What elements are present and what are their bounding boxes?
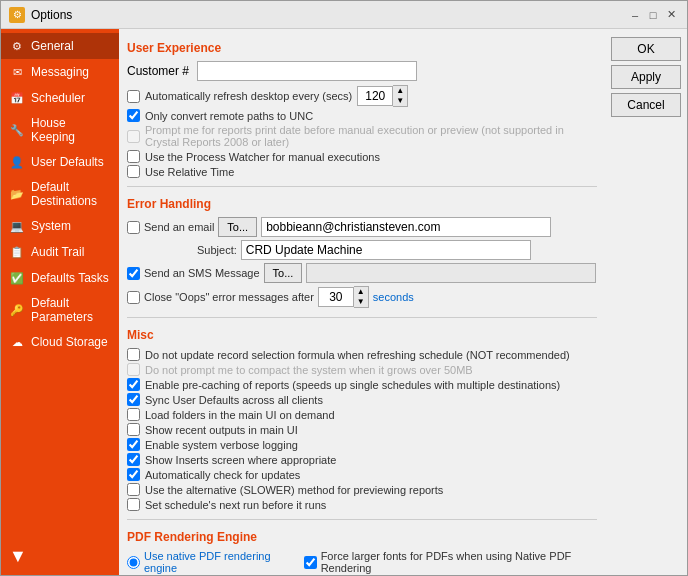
sidebar-item-cloudstorage[interactable]: ☁ Cloud Storage [1,329,119,355]
content-area: ⚙ General ✉ Messaging 📅 Scheduler 🔧 Hous… [1,29,687,575]
relativetime-checkbox[interactable] [127,165,140,178]
syncdefaults-checkbox[interactable] [127,393,140,406]
oops-spinner: ▲ ▼ [318,286,369,308]
precaching-checkbox[interactable] [127,378,140,391]
syncdefaults-label: Sync User Defaults across all clients [145,394,323,406]
divider-1 [127,186,597,187]
sidebar-item-scheduler[interactable]: 📅 Scheduler [1,85,119,111]
sidebar-item-system[interactable]: 💻 System [1,213,119,239]
misc-recentoutputs-row: Show recent outputs in main UI [127,423,597,436]
subject-label: Subject: [197,244,237,256]
refresh-arrows: ▲ ▼ [393,85,408,107]
showinserts-checkbox[interactable] [127,453,140,466]
divider-2 [127,317,597,318]
email-input[interactable] [261,217,551,237]
sidebar-item-audittrail[interactable]: 📋 Audit Trail [1,239,119,265]
alternativepreview-label: Use the alternative (SLOWER) method for … [145,484,443,496]
alternativepreview-checkbox[interactable] [127,483,140,496]
refresh-spinner: ▲ ▼ [357,85,408,107]
loadfolders-label: Load folders in the main UI on demand [145,409,335,421]
sidebar-item-defaultstasks[interactable]: ✅ Defaults Tasks [1,265,119,291]
recentoutputs-checkbox[interactable] [127,423,140,436]
sidebar-label-general: General [31,39,74,53]
ok-button[interactable]: OK [611,37,681,61]
oops-down-arrow[interactable]: ▼ [354,297,368,307]
sidebar-label-housekeeping: House Keeping [31,116,111,144]
native-pdf-radio[interactable] [127,556,140,569]
right-buttons: OK Apply Cancel [605,29,687,575]
processwatcher-label: Use the Process Watcher for manual execu… [145,151,380,163]
convertpaths-label: Only convert remote paths to UNC [145,110,313,122]
defaultdestinations-icon: 📂 [9,186,25,202]
promptdate-row: Prompt me for reports print date before … [127,124,597,148]
sidebar-item-housekeeping[interactable]: 🔧 House Keeping [1,111,119,149]
native-pdf-label[interactable]: Use native PDF rendering engine [144,550,292,574]
autocheckupdates-checkbox[interactable] [127,468,140,481]
refresh-down-arrow[interactable]: ▼ [393,96,407,106]
close-oops-label: Close "Oops" error messages after [144,291,314,303]
send-sms-checkbox[interactable] [127,267,140,280]
close-oops-checkbox[interactable] [127,291,140,304]
convertpaths-checkbox[interactable] [127,109,140,122]
relativetime-label: Use Relative Time [145,166,234,178]
close-oops-row: Close "Oops" error messages after ▲ ▼ se… [127,286,597,308]
loadfolders-checkbox[interactable] [127,408,140,421]
setnextrun-checkbox[interactable] [127,498,140,511]
promptdate-label: Prompt me for reports print date before … [145,124,597,148]
apply-button[interactable]: Apply [611,65,681,89]
misc-noupdate-row: Do not update record selection formula w… [127,348,597,361]
cancel-button[interactable]: Cancel [611,93,681,117]
title-bar: ⚙ Options – □ ✕ [1,1,687,29]
refresh-input[interactable] [357,86,393,106]
subject-input[interactable] [241,240,531,260]
processwatcher-checkbox[interactable] [127,150,140,163]
audittrail-icon: 📋 [9,244,25,260]
sidebar-item-defaultdestinations[interactable]: 📂 Default Destinations [1,175,119,213]
force-larger-fonts-label: Force larger fonts for PDFs when using N… [321,550,597,574]
misc-syncdefaults-row: Sync User Defaults across all clients [127,393,597,406]
sms-to-button[interactable]: To... [264,263,303,283]
sidebar-item-messaging[interactable]: ✉ Messaging [1,59,119,85]
scheduler-icon: 📅 [9,90,25,106]
sms-input[interactable] [306,263,596,283]
customer-input[interactable] [197,61,417,81]
oops-up-arrow[interactable]: ▲ [354,287,368,297]
section-header-misc: Misc [127,328,597,342]
force-larger-fonts-checkbox[interactable] [304,556,317,569]
sidebar-item-general[interactable]: ⚙ General [1,33,119,59]
close-button[interactable]: ✕ [663,7,679,23]
sidebar-label-defaultparameters: Default Parameters [31,296,111,324]
autocheckupdates-label: Automatically check for updates [145,469,300,481]
email-to-button[interactable]: To... [218,217,257,237]
sidebar-label-scheduler: Scheduler [31,91,85,105]
general-icon: ⚙ [9,38,25,54]
maximize-button[interactable]: □ [645,7,661,23]
refresh-up-arrow[interactable]: ▲ [393,86,407,96]
auto-refresh-row: Automatically refresh desktop every (sec… [127,85,597,107]
relativetime-row: Use Relative Time [127,165,597,178]
main-content: User Experience Customer # Automatically… [119,29,605,575]
misc-loadfolders-row: Load folders in the main UI on demand [127,408,597,421]
title-bar-controls: – □ ✕ [627,7,679,23]
autorefresh-checkbox[interactable] [127,90,140,103]
send-sms-label: Send an SMS Message [144,267,260,279]
customer-row: Customer # [127,61,597,81]
sidebar-bottom: ▼ [1,538,119,575]
sidebar-item-userdefaults[interactable]: 👤 User Defaults [1,149,119,175]
send-sms-row: Send an SMS Message To... [127,263,597,283]
noupdate-checkbox[interactable] [127,348,140,361]
processwatcher-row: Use the Process Watcher for manual execu… [127,150,597,163]
customer-label: Customer # [127,64,189,78]
sidebar-label-userdefaults: User Defaults [31,155,104,169]
send-email-label: Send an email [144,221,214,233]
section-header-userexperience: User Experience [127,41,597,55]
sidebar-item-defaultparameters[interactable]: 🔑 Default Parameters [1,291,119,329]
subject-row: Subject: [127,240,597,260]
noprompt-label: Do not prompt me to compact the system w… [145,364,473,376]
cloudstorage-icon: ☁ [9,334,25,350]
minimize-button[interactable]: – [627,7,643,23]
verboselogging-checkbox[interactable] [127,438,140,451]
oops-seconds-input[interactable] [318,287,354,307]
send-email-checkbox[interactable] [127,221,140,234]
window-icon: ⚙ [9,7,25,23]
